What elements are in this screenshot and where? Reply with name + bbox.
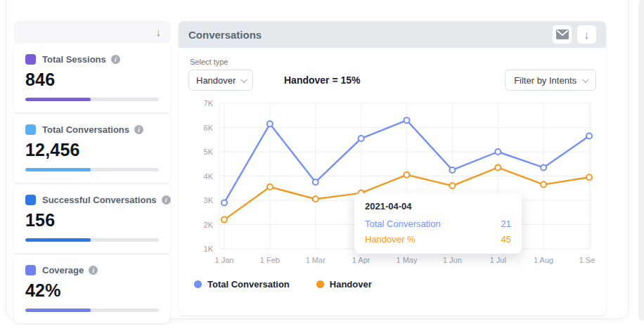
tooltip-row-total-conversation: Total Conversation 21 (365, 219, 511, 229)
adjacent-panel-edge (638, 0, 644, 320)
intents-filter-value: Filter by Intents (514, 75, 577, 86)
svg-text:1 Sep: 1 Sep (579, 256, 595, 264)
progress-bar (25, 168, 159, 171)
tooltip-label: Handover % (365, 234, 416, 245)
stat-value: 846 (25, 70, 159, 90)
chevron-down-icon (240, 76, 247, 83)
progress-bar (25, 309, 159, 312)
stat-value: 12,456 (25, 140, 159, 160)
download-icon: ↓ (584, 30, 590, 40)
svg-text:1 Apr: 1 Apr (352, 256, 371, 264)
stat-label: Total Sessions (42, 54, 106, 65)
total-conversations-swatch-icon (25, 124, 36, 135)
svg-text:1 Feb: 1 Feb (260, 256, 280, 264)
svg-text:7K: 7K (204, 99, 214, 108)
svg-text:1 Aug: 1 Aug (534, 256, 553, 264)
stat-label: Coverage (42, 265, 84, 275)
tooltip-row-handover: Handover % 45 (365, 234, 511, 245)
stat-value: 156 (25, 210, 159, 231)
svg-text:1 Mar: 1 Mar (306, 256, 326, 264)
sidebar-download-icon[interactable]: ↓ (156, 27, 162, 37)
type-select-value: Handover (196, 75, 236, 86)
intents-filter-select[interactable]: Filter by Intents (505, 70, 596, 91)
svg-text:3K: 3K (204, 196, 214, 205)
svg-text:1 Jul: 1 Jul (490, 256, 506, 264)
info-icon[interactable]: i (162, 195, 171, 205)
tooltip-value: 45 (501, 234, 511, 245)
total-sessions-swatch-icon (25, 54, 36, 65)
stats-sidebar: ↓ Total Sessions i 846 Total Conversatio… (14, 21, 170, 323)
info-icon[interactable]: i (111, 55, 120, 64)
stat-value: 42% (25, 280, 159, 301)
email-button[interactable] (553, 25, 572, 44)
svg-text:4K: 4K (204, 172, 214, 181)
conversations-chart[interactable]: 7K6K5K4K3K2K1K1 Jan1 Feb1 Mar1 Apr1 May1… (188, 95, 596, 272)
info-icon[interactable]: i (134, 125, 143, 134)
tooltip-label: Total Conversation (365, 219, 441, 229)
svg-text:1K: 1K (204, 245, 214, 253)
type-select[interactable]: Handover (188, 70, 253, 91)
panel-title: Conversations (188, 29, 262, 41)
panel-header: Conversations ↓ (179, 21, 606, 48)
svg-text:1 Jun: 1 Jun (443, 256, 462, 264)
tooltip-value: 21 (501, 219, 511, 229)
conversations-panel: Conversations ↓ Select type (179, 21, 606, 316)
successful-conversations-swatch-icon (25, 195, 36, 205)
svg-text:2K: 2K (204, 221, 214, 229)
tooltip-date: 2021-04-04 (365, 201, 511, 212)
sidebar-header: ↓ (14, 21, 170, 42)
legend-label: Handover (330, 279, 372, 290)
dashboard-page: ↓ Total Sessions i 846 Total Conversatio… (0, 0, 644, 331)
svg-text:6K: 6K (204, 124, 214, 132)
legend-item-total-conversation[interactable]: Total Conversation (194, 279, 290, 290)
legend-dot-icon (194, 280, 202, 288)
select-type-label: Select type (190, 58, 596, 66)
stat-card-coverage: Coverage i 42% (14, 255, 170, 323)
legend-item-handover[interactable]: Handover (316, 279, 372, 290)
download-button[interactable]: ↓ (577, 25, 596, 44)
legend-dot-icon (316, 280, 324, 288)
stat-label: Successful Conversations (42, 195, 157, 205)
chart-legend: Total Conversation Handover (188, 272, 596, 290)
email-icon (556, 30, 569, 39)
svg-text:5K: 5K (204, 148, 214, 156)
handover-summary: Handover = 15% (284, 74, 361, 86)
legend-label: Total Conversation (207, 279, 290, 290)
coverage-swatch-icon (25, 265, 36, 275)
svg-text:1 Jan: 1 Jan (215, 256, 234, 264)
stat-label: Total Conversations (42, 124, 129, 135)
chevron-down-icon (582, 76, 589, 83)
stat-card-successful-conversations: Successful Conversations i 156 (14, 185, 170, 253)
stat-card-total-sessions: Total Sessions i 846 (14, 44, 170, 112)
chart-tooltip: 2021-04-04 Total Conversation 21 Handove… (354, 193, 522, 254)
progress-bar (25, 238, 159, 242)
info-icon[interactable]: i (89, 266, 98, 275)
svg-text:1 May: 1 May (397, 256, 418, 264)
stat-card-total-conversations: Total Conversations i 12,456 (14, 115, 170, 183)
progress-bar (25, 98, 159, 101)
